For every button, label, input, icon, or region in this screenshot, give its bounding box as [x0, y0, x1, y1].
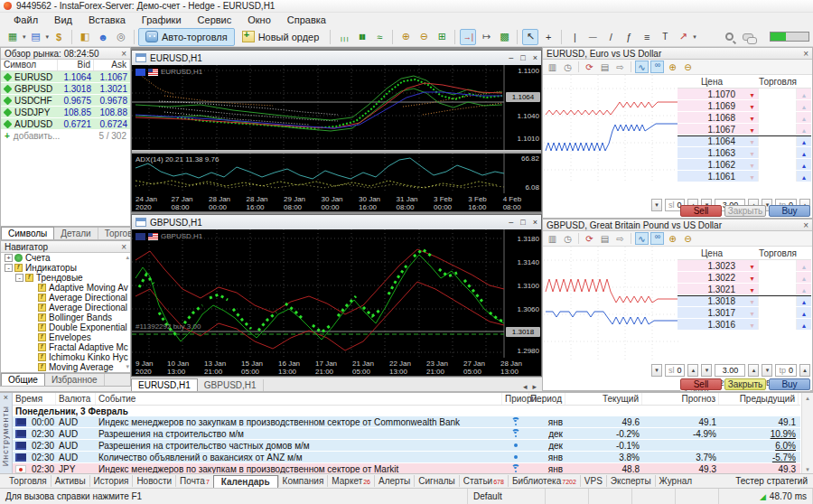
dom-price-row[interactable]: 1.1067 — [678, 124, 811, 135]
trade-volume-cell[interactable] — [758, 112, 797, 123]
toolbox-tab[interactable]: Алерты — [374, 475, 414, 487]
menu-insert[interactable]: Вставка — [80, 14, 134, 25]
calendar-row[interactable]: 02:30 AUD Количество объявлений о ваканс… — [13, 452, 800, 463]
menu-tools[interactable]: Сервис — [190, 14, 240, 25]
objects-icon[interactable] — [639, 29, 655, 45]
dom-zoomout-icon[interactable] — [681, 232, 695, 245]
calendar-row[interactable]: 02:30 AUD Разрешения на строительство м/… — [13, 428, 800, 440]
close-icon[interactable]: × — [0, 393, 12, 402]
event-previous[interactable]: -5.7% — [719, 453, 799, 462]
close-icon[interactable]: × — [803, 50, 808, 58]
close-icon[interactable]: × — [803, 221, 808, 229]
candles-icon[interactable] — [353, 29, 369, 45]
expand-toggle[interactable]: - — [5, 264, 13, 272]
buy-arrow-icon[interactable] — [797, 320, 811, 330]
buy-button[interactable]: Buy — [769, 205, 810, 217]
sell-arrow-icon[interactable] — [746, 273, 758, 283]
scroll-down-icon[interactable]: ▾ — [126, 363, 129, 370]
navigator-tree-item[interactable]: - Индикаторы — [1, 263, 130, 273]
lots-value[interactable]: 3.00 — [723, 366, 739, 375]
chart-window-titlebar[interactable]: EURUSD,H1 – □ × — [132, 51, 541, 65]
spin-down-button[interactable] — [762, 364, 772, 377]
chevron-down-icon[interactable]: ▾ — [46, 33, 50, 41]
dom-price-row[interactable]: 1.1061 — [678, 171, 811, 182]
hline-icon[interactable] — [584, 29, 601, 45]
market-watch-row[interactable]: USDJPY 108.85 108.88 — [1, 107, 130, 118]
dom-zoomout-icon[interactable] — [681, 61, 695, 73]
trade-volume-cell[interactable] — [758, 272, 797, 283]
dom-zoomin-icon[interactable] — [666, 61, 679, 73]
event-previous[interactable]: 49.1 — [719, 417, 799, 427]
buy-arrow-icon[interactable] — [797, 296, 811, 306]
chevron-down-icon[interactable]: ▾ — [693, 33, 696, 41]
arrows-icon[interactable] — [675, 29, 691, 45]
buy-arrow-icon[interactable] — [797, 125, 811, 135]
dom-price-row[interactable]: 1.1063 — [678, 147, 811, 159]
buy-arrow-icon[interactable] — [797, 308, 811, 318]
tab[interactable]: Детали — [54, 228, 98, 239]
dom-circles-icon[interactable] — [650, 61, 664, 73]
autotrade-button[interactable]: Авто-торговля — [138, 28, 235, 46]
gbpusd-chart-area[interactable]: GBPUSD,H1 #11392292 buy 3.00 1.3180 1.31… — [132, 229, 541, 376]
buy-arrow-icon[interactable] — [797, 261, 811, 271]
toolbox-tab[interactable]: Почта7 — [175, 475, 213, 487]
chart-tab[interactable]: EURUSD,H1 — [131, 378, 198, 391]
dom-chart-icon[interactable] — [546, 61, 559, 73]
close-position-button[interactable]: Закрыть — [724, 378, 766, 390]
sell-arrow-icon[interactable] — [746, 285, 758, 294]
toolbox-tab[interactable]: Журнал — [655, 475, 696, 487]
dom-price-row[interactable]: 1.3017 — [678, 307, 811, 319]
bars-icon[interactable] — [335, 29, 351, 45]
toolbox-tab[interactable]: Статьи678 — [459, 475, 508, 487]
dom-history-icon[interactable] — [561, 61, 575, 73]
account-icon[interactable] — [95, 29, 111, 45]
trade-volume-cell[interactable] — [758, 136, 797, 146]
spin-down-button[interactable] — [651, 199, 662, 211]
tab-scroll-right-icon[interactable]: ▸ — [532, 382, 537, 391]
sell-arrow-icon[interactable] — [746, 89, 758, 99]
cursor-icon[interactable] — [522, 29, 538, 45]
dom-refresh-icon[interactable] — [583, 232, 596, 245]
eurusd-chart-area[interactable]: EURUSD,H1 1.1100 1.1040 1.1010 1.1064 — [132, 65, 541, 211]
spin-down-button[interactable] — [651, 364, 662, 377]
tab[interactable]: Общие — [1, 373, 45, 386]
tab-scroll-left-icon[interactable]: ◂ — [523, 382, 528, 391]
trade-volume-cell[interactable] — [758, 319, 797, 330]
dom-history-icon[interactable] — [561, 232, 575, 245]
buy-arrow-icon[interactable] — [797, 89, 811, 99]
toolbox-tab[interactable]: Сигналы — [414, 475, 459, 487]
minimize-icon[interactable]: – — [509, 218, 513, 227]
menu-file[interactable]: Файл — [5, 14, 46, 25]
tile-windows-icon[interactable] — [434, 29, 450, 45]
strategy-tester-link[interactable]: Тестер стратегий — [735, 476, 808, 486]
trade-volume-cell[interactable] — [758, 147, 797, 158]
scroll-up-icon[interactable]: ▴ — [126, 254, 129, 261]
data-window-icon[interactable] — [51, 29, 67, 45]
dom-price-row[interactable]: 1.3021 — [678, 284, 811, 295]
line-chart-icon[interactable] — [371, 29, 388, 45]
tools-vertical-tab[interactable]: Инструменты — [1, 406, 10, 466]
sell-arrow-icon[interactable] — [746, 308, 758, 318]
buy-arrow-icon[interactable] — [797, 101, 811, 111]
status-latency[interactable]: ◢ 48.70 ms — [719, 489, 813, 504]
menu-window[interactable]: Окно — [239, 14, 279, 25]
trade-volume-cell[interactable] — [758, 307, 797, 318]
dom-price-row[interactable]: 1.1064 — [678, 135, 811, 147]
zoom-in-icon[interactable] — [397, 29, 414, 45]
toolbox-tab[interactable]: История — [89, 475, 133, 487]
toolbox-tab[interactable]: Активы — [51, 475, 89, 487]
buy-arrow-icon[interactable] — [797, 113, 811, 123]
tab[interactable]: Избранное — [45, 374, 105, 386]
sell-arrow-icon[interactable] — [746, 125, 758, 135]
sell-arrow-icon[interactable] — [746, 320, 758, 330]
sell-arrow-icon[interactable] — [746, 296, 758, 306]
close-icon[interactable]: × — [121, 243, 126, 251]
trade-volume-cell[interactable] — [758, 159, 797, 170]
buy-arrow-icon[interactable] — [797, 160, 811, 170]
buy-arrow-icon[interactable] — [797, 172, 811, 182]
close-icon[interactable]: × — [533, 53, 537, 62]
vline-icon[interactable] — [566, 29, 583, 45]
spin-up-button[interactable] — [748, 364, 759, 377]
zoom-out-icon[interactable] — [416, 29, 432, 45]
sl-value[interactable]: 0 — [677, 366, 681, 375]
